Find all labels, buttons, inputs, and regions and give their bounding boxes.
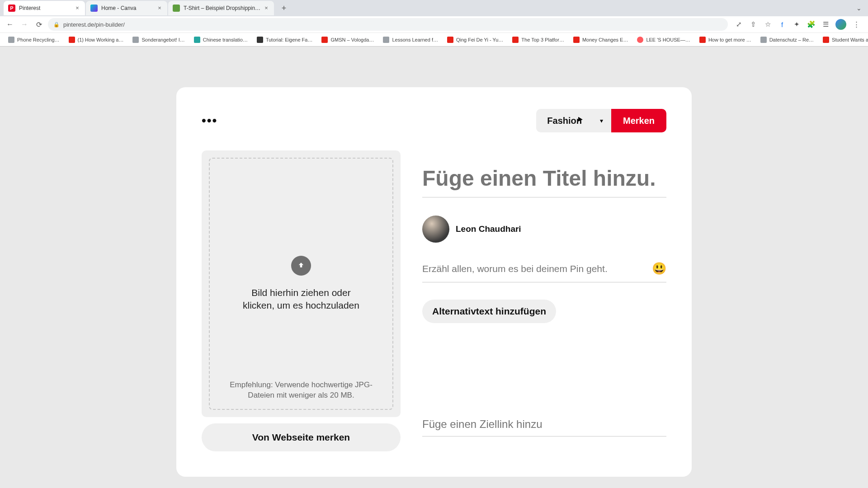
more-options-button[interactable]: ••• (202, 113, 217, 128)
bookmark-favicon (573, 37, 580, 43)
bookmark-label: Money Changes E… (582, 37, 628, 42)
share-icon[interactable]: ⇧ (749, 20, 758, 29)
bookmark-item[interactable]: Tutorial: Eigene Fa… (253, 36, 316, 44)
browser-toolbar: ← → ⟳ 🔒 pinterest.de/pin-builder/ ⤢ ⇧ ☆ … (0, 16, 868, 33)
form-column: Leon Chaudhari 😃 Alternativtext hinzufüg… (422, 150, 666, 451)
bookmark-label: Phone Recycling… (17, 37, 60, 42)
bookmark-favicon (823, 37, 829, 43)
bookmark-favicon (512, 37, 519, 43)
tab-close-icon[interactable]: × (156, 5, 163, 11)
bookmark-item[interactable]: Sonderangebot! I… (129, 36, 188, 44)
user-name: Leon Chaudhari (456, 224, 521, 234)
facebook-icon[interactable]: f (778, 20, 787, 29)
bookmark-label: Student Wants an… (832, 37, 868, 42)
upload-inner: Bild hierhin ziehen oder klicken, um es … (209, 158, 393, 410)
upload-hint: Empfehlung: Verwende hochwertige JPG-Dat… (224, 380, 378, 401)
bookmark-label: Datenschutz – Re… (769, 37, 814, 42)
upload-instruction: Bild hierhin ziehen oder klicken, um es … (242, 286, 360, 312)
bookmark-item[interactable]: Money Changes E… (570, 36, 632, 44)
bookmark-favicon (8, 37, 14, 43)
bookmark-label: Sonderangebot! I… (142, 37, 184, 42)
destination-link-input[interactable] (422, 418, 666, 436)
bookmark-item[interactable]: Datenschutz – Re… (757, 36, 817, 44)
bookmark-favicon (257, 37, 263, 43)
extension-icon[interactable]: ✦ (792, 20, 801, 29)
bookmark-label: The Top 3 Platfor… (521, 37, 564, 42)
bookmark-favicon (760, 37, 767, 43)
save-from-web-button[interactable]: Von Webseite merken (202, 423, 401, 451)
bookmark-favicon (383, 37, 389, 43)
bookmark-item[interactable]: GMSN – Vologda… (318, 36, 377, 44)
bookmark-favicon (69, 37, 75, 43)
bookmark-item[interactable]: Student Wants an… (819, 36, 868, 44)
back-button[interactable]: ← (5, 19, 15, 30)
window-controls: ⌄ (856, 5, 868, 12)
favicon-canva (90, 5, 98, 12)
bookmark-label: Lessons Learned f… (392, 37, 438, 42)
new-tab-button[interactable]: + (278, 2, 290, 14)
profile-avatar[interactable] (835, 19, 846, 30)
bookmark-item[interactable]: How to get more … (696, 36, 755, 44)
tab-title: Home - Canva (101, 5, 154, 11)
bookmark-item[interactable]: LEE 'S HOUSE—… (633, 36, 693, 44)
bookmark-favicon (699, 37, 706, 43)
tab-pinterest[interactable]: Pinterest × (4, 1, 85, 15)
pin-builder-card: ••• Fashion ▾ Merken Bild hierhin ziehen… (176, 87, 692, 477)
selected-board-label: Fashion (547, 116, 582, 126)
bookmark-item[interactable]: The Top 3 Platfor… (509, 36, 568, 44)
user-avatar[interactable] (422, 216, 449, 243)
description-row: 😃 (422, 262, 666, 282)
bookmark-list-icon[interactable]: ☰ (821, 20, 830, 29)
bookmark-label: Tutorial: Eigene Fa… (266, 37, 313, 42)
favicon-shopify (173, 5, 180, 12)
bookmark-favicon (194, 37, 200, 43)
reload-button[interactable]: ⟳ (33, 19, 44, 30)
bookmark-item[interactable]: Chinese translatio… (190, 36, 251, 44)
upload-arrow-icon (291, 256, 311, 276)
tab-close-icon[interactable]: × (263, 5, 269, 11)
forward-button[interactable]: → (19, 19, 30, 30)
menu-icon[interactable]: ⋮ (852, 20, 861, 29)
star-icon[interactable]: ☆ (763, 20, 772, 29)
bookmark-item[interactable]: Lessons Learned f… (379, 36, 442, 44)
url-bar[interactable]: 🔒 pinterest.de/pin-builder/ (48, 18, 728, 31)
card-header: ••• Fashion ▾ Merken (202, 109, 666, 132)
user-row: Leon Chaudhari (422, 216, 666, 243)
url-text: pinterest.de/pin-builder/ (63, 21, 125, 28)
bookmark-item[interactable]: (1) How Working a… (65, 36, 127, 44)
tab-title: Pinterest (19, 5, 71, 11)
board-selector[interactable]: Fashion ▾ (536, 109, 611, 132)
tab-close-icon[interactable]: × (74, 5, 80, 11)
bookmark-label: How to get more … (708, 37, 751, 42)
add-alt-text-button[interactable]: Alternativtext hinzufügen (422, 300, 556, 323)
description-input[interactable] (422, 263, 647, 274)
bookmark-favicon (637, 37, 643, 43)
bookmark-favicon (132, 37, 139, 43)
upload-dropzone[interactable]: Bild hierhin ziehen oder klicken, um es … (202, 150, 401, 417)
page-content: ••• Fashion ▾ Merken Bild hierhin ziehen… (0, 47, 868, 488)
tab-shopify[interactable]: T-Shirt – Beispiel Dropshippin… × (168, 1, 274, 15)
bookmark-label: (1) How Working a… (78, 37, 124, 42)
favicon-pinterest (8, 5, 15, 12)
bookmark-item[interactable]: Phone Recycling… (5, 36, 63, 44)
title-input[interactable] (422, 166, 666, 197)
bookmarks-bar: Phone Recycling… (1) How Working a… Sond… (0, 33, 868, 46)
browser-chrome: Pinterest × Home - Canva × T-Shirt – Bei… (0, 0, 868, 47)
install-icon[interactable]: ⤢ (734, 20, 743, 29)
upload-column: Bild hierhin ziehen oder klicken, um es … (202, 150, 401, 451)
bookmark-favicon (447, 37, 453, 43)
chevron-down-icon[interactable]: ⌄ (856, 5, 862, 12)
chevron-down-icon: ▾ (600, 117, 603, 124)
tab-title: T-Shirt – Beispiel Dropshippin… (184, 5, 260, 11)
bookmark-favicon (321, 37, 328, 43)
bookmark-label: Qing Fei De Yi - Yu… (456, 37, 503, 42)
extensions-menu-icon[interactable]: 🧩 (807, 20, 816, 29)
bookmark-label: GMSN – Vologda… (330, 37, 374, 42)
card-body: Bild hierhin ziehen oder klicken, um es … (202, 150, 666, 451)
bookmark-item[interactable]: Qing Fei De Yi - Yu… (443, 36, 507, 44)
tab-canva[interactable]: Home - Canva × (86, 1, 167, 15)
bookmark-label: LEE 'S HOUSE—… (646, 37, 690, 42)
save-button[interactable]: Merken (611, 109, 666, 132)
emoji-picker-icon[interactable]: 😃 (652, 262, 666, 276)
lock-icon: 🔒 (53, 22, 60, 28)
